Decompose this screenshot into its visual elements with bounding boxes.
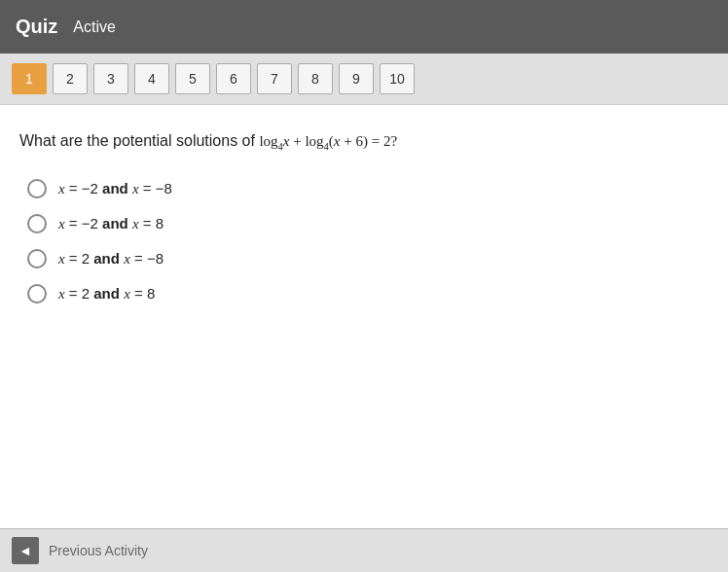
question-number-1[interactable]: 1 [12, 63, 47, 94]
question-number-10[interactable]: 10 [380, 63, 415, 94]
question-number-5[interactable]: 5 [175, 63, 210, 94]
question-number-2[interactable]: 2 [53, 63, 88, 94]
option-b-label: x = −2 and x = 8 [58, 215, 164, 232]
option-b[interactable]: x = −2 and x = 8 [27, 214, 709, 233]
option-d[interactable]: x = 2 and x = 8 [27, 284, 709, 304]
previous-activity-button[interactable]: ◄ [12, 537, 39, 564]
answer-options: x = −2 and x = −8 x = −2 and x = 8 x = 2… [19, 179, 709, 304]
question-number-bar: 1 2 3 4 5 6 7 8 9 10 [0, 54, 728, 105]
question-text: What are the potential solutions of log4… [19, 128, 709, 156]
radio-d[interactable] [27, 284, 47, 304]
radio-c[interactable] [27, 249, 47, 268]
question-equation: log4x + log4(x + 6) = 2? [259, 133, 397, 149]
radio-b[interactable] [27, 214, 47, 233]
question-number-3[interactable]: 3 [93, 63, 128, 94]
quiz-header: Quiz Active [0, 0, 728, 54]
question-text-before: What are the potential solutions of [19, 132, 259, 149]
question-number-4[interactable]: 4 [134, 63, 169, 94]
question-number-7[interactable]: 7 [257, 63, 292, 94]
question-number-6[interactable]: 6 [216, 63, 251, 94]
main-content: What are the potential solutions of log4… [0, 105, 728, 528]
option-d-label: x = 2 and x = 8 [58, 285, 155, 303]
quiz-title: Quiz [16, 16, 57, 38]
option-c-label: x = 2 and x = −8 [58, 250, 164, 268]
back-arrow-icon: ◄ [18, 543, 32, 558]
option-a[interactable]: x = −2 and x = −8 [27, 179, 709, 198]
question-number-8[interactable]: 8 [298, 63, 333, 94]
option-c[interactable]: x = 2 and x = −8 [27, 249, 709, 268]
question-number-9[interactable]: 9 [339, 63, 374, 94]
option-a-label: x = −2 and x = −8 [58, 180, 172, 197]
radio-a[interactable] [27, 179, 47, 198]
previous-activity-label: Previous Activity [49, 543, 148, 558]
quiz-status: Active [73, 18, 116, 36]
footer: ◄ Previous Activity [0, 528, 728, 572]
